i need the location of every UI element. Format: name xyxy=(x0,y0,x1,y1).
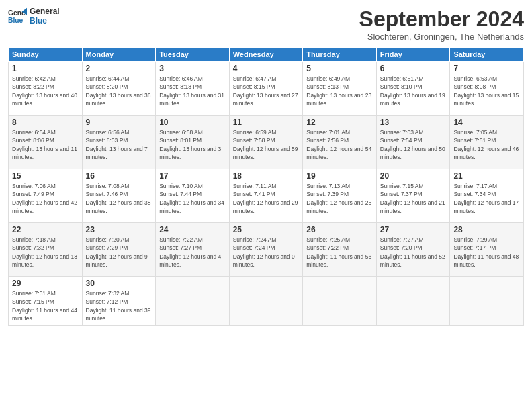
day-number: 23 xyxy=(86,225,152,234)
table-row: 23Sunrise: 7:20 AMSunset: 7:29 PMDayligh… xyxy=(82,223,156,277)
day-number: 12 xyxy=(306,118,373,127)
day-number: 21 xyxy=(453,171,520,181)
table-row: 12Sunrise: 7:01 AMSunset: 7:56 PMDayligh… xyxy=(303,116,377,169)
table-row xyxy=(376,277,450,326)
day-number: 17 xyxy=(159,171,226,181)
day-info: Sunrise: 6:46 AMSunset: 8:18 PMDaylight:… xyxy=(159,75,224,107)
table-row xyxy=(303,277,377,326)
day-number: 5 xyxy=(306,64,373,73)
day-info: Sunrise: 7:05 AMSunset: 7:51 PMDaylight:… xyxy=(453,129,519,161)
table-row: 20Sunrise: 7:15 AMSunset: 7:37 PMDayligh… xyxy=(376,169,450,223)
day-number: 7 xyxy=(453,64,520,73)
day-info: Sunrise: 7:08 AMSunset: 7:46 PMDaylight:… xyxy=(86,183,151,214)
logo: General Blue General Blue xyxy=(8,7,60,26)
logo-icon: General Blue xyxy=(8,7,27,26)
location-subtitle: Slochteren, Groningen, The Netherlands xyxy=(359,32,524,42)
day-number: 8 xyxy=(12,118,79,127)
day-info: Sunrise: 6:59 AMSunset: 7:58 PMDaylight:… xyxy=(233,129,298,161)
table-row: 1Sunrise: 6:42 AMSunset: 8:22 PMDaylight… xyxy=(9,62,83,116)
logo-text-blue: Blue xyxy=(30,16,60,26)
table-row: 17Sunrise: 7:10 AMSunset: 7:44 PMDayligh… xyxy=(156,169,230,223)
table-row: 10Sunrise: 6:58 AMSunset: 8:01 PMDayligh… xyxy=(156,116,230,169)
day-info: Sunrise: 6:54 AMSunset: 8:06 PMDaylight:… xyxy=(12,129,77,161)
day-number: 18 xyxy=(233,171,300,181)
day-info: Sunrise: 6:51 AMSunset: 8:10 PMDaylight:… xyxy=(380,75,445,107)
table-row xyxy=(229,277,303,326)
day-number: 16 xyxy=(86,171,152,181)
header-friday: Friday xyxy=(376,48,450,62)
day-number: 24 xyxy=(159,225,226,234)
day-number: 10 xyxy=(159,118,226,127)
title-section: September 2024 Slochteren, Groningen, Th… xyxy=(359,7,524,42)
table-row: 29Sunrise: 7:31 AMSunset: 7:15 PMDayligh… xyxy=(9,277,83,326)
day-info: Sunrise: 7:32 AMSunset: 7:12 PMDaylight:… xyxy=(86,290,151,322)
table-row xyxy=(450,277,524,326)
header-saturday: Saturday xyxy=(450,48,524,62)
day-number: 13 xyxy=(380,118,447,127)
day-info: Sunrise: 7:31 AMSunset: 7:15 PMDaylight:… xyxy=(12,290,77,322)
day-info: Sunrise: 6:49 AMSunset: 8:13 PMDaylight:… xyxy=(306,75,371,107)
logo-text-general: General xyxy=(30,7,60,16)
day-number: 30 xyxy=(86,279,152,288)
header-wednesday: Wednesday xyxy=(229,48,303,62)
table-row: 22Sunrise: 7:18 AMSunset: 7:32 PMDayligh… xyxy=(9,223,83,277)
calendar-table: Sunday Monday Tuesday Wednesday Thursday… xyxy=(8,47,524,326)
day-number: 1 xyxy=(12,64,79,73)
svg-text:Blue: Blue xyxy=(8,17,24,25)
day-info: Sunrise: 7:17 AMSunset: 7:34 PMDaylight:… xyxy=(453,183,519,214)
day-number: 3 xyxy=(159,64,226,73)
day-info: Sunrise: 7:18 AMSunset: 7:32 PMDaylight:… xyxy=(12,236,77,268)
month-title: September 2024 xyxy=(359,7,524,32)
day-number: 29 xyxy=(12,279,79,288)
day-info: Sunrise: 7:11 AMSunset: 7:41 PMDaylight:… xyxy=(233,183,298,214)
day-number: 15 xyxy=(12,171,79,181)
day-info: Sunrise: 6:53 AMSunset: 8:08 PMDaylight:… xyxy=(453,75,519,107)
day-info: Sunrise: 7:06 AMSunset: 7:49 PMDaylight:… xyxy=(12,183,77,214)
table-row: 25Sunrise: 7:24 AMSunset: 7:24 PMDayligh… xyxy=(229,223,303,277)
day-info: Sunrise: 7:22 AMSunset: 7:27 PMDaylight:… xyxy=(159,236,221,268)
day-info: Sunrise: 7:20 AMSunset: 7:29 PMDaylight:… xyxy=(86,236,148,268)
table-row: 19Sunrise: 7:13 AMSunset: 7:39 PMDayligh… xyxy=(303,169,377,223)
table-row: 24Sunrise: 7:22 AMSunset: 7:27 PMDayligh… xyxy=(156,223,230,277)
day-info: Sunrise: 6:56 AMSunset: 8:03 PMDaylight:… xyxy=(86,129,148,161)
day-info: Sunrise: 7:03 AMSunset: 7:54 PMDaylight:… xyxy=(380,129,445,161)
table-row: 11Sunrise: 6:59 AMSunset: 7:58 PMDayligh… xyxy=(229,116,303,169)
calendar-header-row: Sunday Monday Tuesday Wednesday Thursday… xyxy=(9,48,524,62)
table-row: 8Sunrise: 6:54 AMSunset: 8:06 PMDaylight… xyxy=(9,116,83,169)
page-header: General Blue General Blue September 2024… xyxy=(8,7,524,42)
day-number: 6 xyxy=(380,64,447,73)
day-info: Sunrise: 7:25 AMSunset: 7:22 PMDaylight:… xyxy=(306,236,371,268)
table-row: 16Sunrise: 7:08 AMSunset: 7:46 PMDayligh… xyxy=(82,169,156,223)
table-row: 5Sunrise: 6:49 AMSunset: 8:13 PMDaylight… xyxy=(303,62,377,116)
day-number: 14 xyxy=(453,118,520,127)
table-row: 2Sunrise: 6:44 AMSunset: 8:20 PMDaylight… xyxy=(82,62,156,116)
day-number: 22 xyxy=(12,225,79,234)
day-info: Sunrise: 6:44 AMSunset: 8:20 PMDaylight:… xyxy=(86,75,151,107)
table-row: 27Sunrise: 7:27 AMSunset: 7:20 PMDayligh… xyxy=(376,223,450,277)
day-info: Sunrise: 7:10 AMSunset: 7:44 PMDaylight:… xyxy=(159,183,224,214)
day-number: 2 xyxy=(86,64,152,73)
table-row: 30Sunrise: 7:32 AMSunset: 7:12 PMDayligh… xyxy=(82,277,156,326)
day-number: 28 xyxy=(453,225,520,234)
table-row: 9Sunrise: 6:56 AMSunset: 8:03 PMDaylight… xyxy=(82,116,156,169)
day-number: 4 xyxy=(233,64,300,73)
table-row: 26Sunrise: 7:25 AMSunset: 7:22 PMDayligh… xyxy=(303,223,377,277)
day-info: Sunrise: 7:24 AMSunset: 7:24 PMDaylight:… xyxy=(233,236,295,268)
table-row: 13Sunrise: 7:03 AMSunset: 7:54 PMDayligh… xyxy=(376,116,450,169)
table-row: 6Sunrise: 6:51 AMSunset: 8:10 PMDaylight… xyxy=(376,62,450,116)
day-info: Sunrise: 6:47 AMSunset: 8:15 PMDaylight:… xyxy=(233,75,298,107)
table-row: 4Sunrise: 6:47 AMSunset: 8:15 PMDaylight… xyxy=(229,62,303,116)
table-row: 7Sunrise: 6:53 AMSunset: 8:08 PMDaylight… xyxy=(450,62,524,116)
header-sunday: Sunday xyxy=(9,48,83,62)
day-number: 27 xyxy=(380,225,447,234)
table-row xyxy=(156,277,230,326)
header-thursday: Thursday xyxy=(303,48,377,62)
day-info: Sunrise: 7:01 AMSunset: 7:56 PMDaylight:… xyxy=(306,129,371,161)
day-number: 20 xyxy=(380,171,447,181)
table-row: 21Sunrise: 7:17 AMSunset: 7:34 PMDayligh… xyxy=(450,169,524,223)
day-info: Sunrise: 7:15 AMSunset: 7:37 PMDaylight:… xyxy=(380,183,445,214)
day-number: 9 xyxy=(86,118,152,127)
table-row: 14Sunrise: 7:05 AMSunset: 7:51 PMDayligh… xyxy=(450,116,524,169)
table-row: 18Sunrise: 7:11 AMSunset: 7:41 PMDayligh… xyxy=(229,169,303,223)
day-info: Sunrise: 7:27 AMSunset: 7:20 PMDaylight:… xyxy=(380,236,445,268)
